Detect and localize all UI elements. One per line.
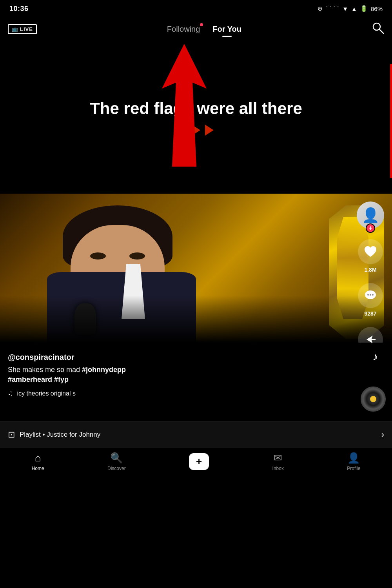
- home-icon: ⌂: [35, 452, 41, 464]
- playlist-label: Playlist • Justice for Johnny: [20, 431, 100, 439]
- caption-line2: all there: [239, 99, 302, 118]
- creator-username[interactable]: @conspiracinator: [8, 353, 384, 362]
- like-action[interactable]: 1.8M: [358, 239, 383, 273]
- comment-count: 9287: [364, 310, 376, 317]
- status-bar: 10:36 ⊕ ⌒ ⌒ ▼ ▲ 🔋 86%: [0, 0, 392, 17]
- vinyl-disc: [361, 387, 386, 412]
- tv-icon: 📺: [12, 26, 18, 32]
- info-section: @conspiracinator She makes me so mad #jo…: [8, 349, 384, 401]
- battery-icon: 🔋: [360, 5, 368, 12]
- comment-button[interactable]: [358, 283, 383, 308]
- svg-point-4: [367, 294, 369, 296]
- playlist-chevron: ›: [381, 430, 384, 440]
- tab-following[interactable]: Following: [167, 25, 200, 34]
- wifi-icon: ▼: [342, 5, 348, 12]
- share-button[interactable]: [358, 327, 383, 343]
- svg-line-1: [379, 29, 383, 33]
- nav-tabs: Following For You: [167, 25, 241, 34]
- like-count: 1.8M: [364, 267, 376, 273]
- music-info[interactable]: ♫ icy theories original s: [8, 389, 290, 397]
- red-flag-2: [192, 125, 200, 136]
- live-badge[interactable]: 📺 LIVE: [8, 24, 37, 34]
- profile-icon: 👤: [347, 452, 360, 464]
- hashtag-johnnydepp[interactable]: #johnnydepp: [82, 366, 126, 374]
- left-eye: [90, 252, 106, 260]
- search-button[interactable]: [372, 22, 384, 37]
- music-title: icy theories original s: [17, 390, 76, 397]
- svg-point-5: [370, 294, 371, 296]
- creator-avatar-wrapper[interactable]: 👤 +: [357, 201, 384, 229]
- red-flags-decoration: [178, 125, 214, 136]
- vinyl-center: [370, 396, 376, 402]
- inbox-label: Inbox: [272, 466, 284, 471]
- video-thumbnail[interactable]: 👤 + 1.8M 9287: [0, 194, 392, 343]
- for-you-label: For You: [212, 25, 241, 33]
- inbox-icon: ✉: [274, 452, 282, 464]
- video-caption: The red flags were all there: [74, 99, 318, 118]
- video-description: She makes me so mad #johnnydepp #amberhe…: [8, 365, 290, 385]
- action-bar: 👤 + 1.8M 9287: [357, 201, 384, 343]
- video-info-section: @conspiracinator She makes me so mad #jo…: [0, 343, 392, 421]
- share-action[interactable]: 13.5K: [358, 327, 383, 343]
- hashtag-fyp[interactable]: #fyp: [54, 376, 69, 383]
- bottom-nav: ⌂ Home 🔍 Discover + ✉ Inbox 👤 Profile: [0, 448, 392, 479]
- home-label: Home: [32, 466, 44, 471]
- nav-home[interactable]: ⌂ Home: [32, 452, 44, 471]
- whatsapp-icon: ⊕: [318, 5, 323, 12]
- discover-icon: 🔍: [110, 452, 123, 464]
- nav-inbox[interactable]: ✉ Inbox: [272, 452, 284, 471]
- like-button[interactable]: [358, 239, 383, 264]
- signal-icon: ▲: [351, 5, 357, 12]
- comment-action[interactable]: 9287: [358, 283, 383, 317]
- nav-profile[interactable]: 👤 Profile: [347, 452, 360, 471]
- desc-text: She makes me so mad: [8, 366, 82, 374]
- playlist-icon: ⊡: [8, 430, 15, 440]
- video-gradient: [0, 296, 392, 343]
- music-note-icon: ♫: [8, 389, 13, 397]
- red-flag-1: [178, 125, 187, 136]
- music-icon-floating: ♪: [372, 350, 378, 363]
- following-label: Following: [167, 25, 200, 33]
- top-nav: 📺 LIVE Following For You: [0, 17, 392, 41]
- red-line-annotation: [390, 64, 392, 178]
- hashtag-amberheard[interactable]: #amberheard: [8, 376, 52, 383]
- video-caption-area: The red flags were all there: [0, 41, 392, 194]
- status-time: 10:36: [9, 5, 29, 13]
- following-dot: [200, 23, 203, 26]
- playlist-bar[interactable]: ⊡ Playlist • Justice for Johnny ›: [0, 421, 392, 448]
- nav-discover[interactable]: 🔍 Discover: [107, 452, 126, 471]
- red-flag-3: [205, 125, 214, 136]
- notification-waves: ⌒ ⌒: [326, 5, 339, 13]
- tab-for-you[interactable]: For You: [212, 25, 241, 34]
- right-eye: [129, 252, 145, 260]
- caption-line1: The red flags were: [90, 99, 234, 118]
- discover-label: Discover: [107, 466, 126, 471]
- battery-percent: 86%: [371, 5, 383, 12]
- add-button[interactable]: +: [189, 453, 209, 470]
- svg-point-6: [372, 294, 374, 296]
- live-label: LIVE: [20, 26, 33, 32]
- add-symbol: +: [196, 456, 202, 467]
- follow-plus-button[interactable]: +: [366, 223, 375, 233]
- profile-label: Profile: [347, 466, 360, 471]
- playlist-info: ⊡ Playlist • Justice for Johnny: [8, 430, 100, 440]
- status-icons: ⊕ ⌒ ⌒ ▼ ▲ 🔋 86%: [318, 5, 383, 13]
